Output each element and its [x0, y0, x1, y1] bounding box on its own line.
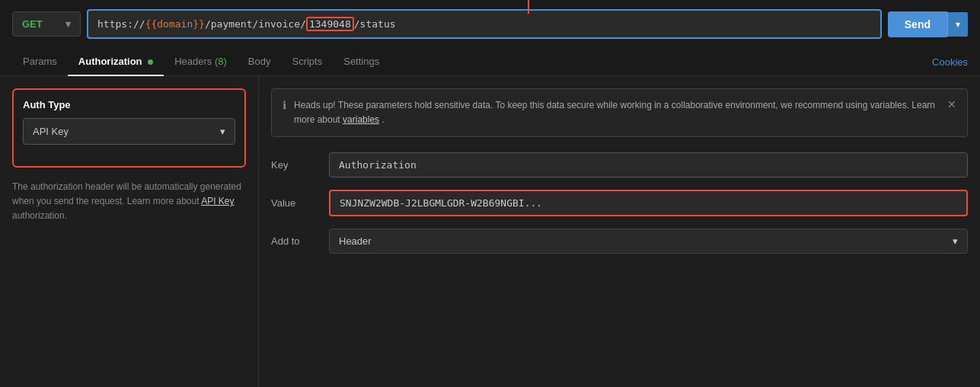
- value-field-row: Value: [271, 190, 968, 216]
- key-label: Key: [271, 159, 317, 171]
- url-prefix: https://: [97, 18, 145, 30]
- add-to-chevron-icon: ▾: [953, 235, 958, 247]
- send-button-group: Send ▾: [888, 11, 968, 37]
- url-input[interactable]: https:// {{domain}} /payment/invoice/ 13…: [87, 9, 882, 39]
- method-label: GET: [22, 18, 43, 30]
- info-icon: ℹ: [283, 99, 286, 111]
- auth-type-chevron-icon: ▾: [220, 126, 225, 137]
- auth-type-label: Auth Type: [23, 99, 235, 110]
- add-to-field-row: Add to Header ▾: [271, 229, 968, 254]
- url-suffix: /status: [354, 18, 396, 30]
- key-field-row: Key: [271, 152, 968, 178]
- url-invoice-id: 1349048: [306, 17, 354, 31]
- info-close-button[interactable]: ✕: [947, 98, 956, 110]
- auth-type-value: API Key: [33, 126, 69, 137]
- tab-headers[interactable]: Headers (8): [164, 48, 238, 76]
- info-banner: ℹ Heads up! These parameters hold sensit…: [271, 88, 968, 137]
- url-variable: {{domain}}: [145, 18, 205, 30]
- send-chevron-button[interactable]: ▾: [947, 12, 968, 37]
- variables-link[interactable]: variables: [343, 114, 379, 125]
- api-key-link[interactable]: API Key: [201, 196, 234, 206]
- value-label: Value: [271, 197, 317, 209]
- cookies-link[interactable]: Cookies: [932, 49, 968, 75]
- tabs-row: Params Authorization Headers (8) Body Sc…: [0, 48, 980, 76]
- auth-type-box: Auth Type API Key ▾: [12, 88, 246, 168]
- url-path: /payment/invoice/: [205, 18, 306, 30]
- tab-settings[interactable]: Settings: [333, 48, 390, 76]
- main-content: Auth Type API Key ▾ The authorization he…: [0, 76, 980, 387]
- method-chevron-icon: ▾: [65, 18, 71, 30]
- authorization-dot: [148, 59, 153, 65]
- method-select[interactable]: GET ▾: [12, 11, 81, 37]
- tab-params[interactable]: Params: [12, 48, 68, 76]
- add-to-label: Add to: [271, 235, 317, 247]
- tab-body[interactable]: Body: [238, 48, 282, 76]
- headers-badge: (8): [215, 56, 227, 67]
- auth-type-select[interactable]: API Key ▾: [23, 118, 235, 145]
- add-to-select[interactable]: Header ▾: [329, 229, 968, 254]
- info-text: Heads up! These parameters hold sensitiv…: [294, 98, 940, 127]
- auth-description: The authorization header will be automat…: [12, 180, 246, 224]
- key-input[interactable]: [329, 152, 968, 178]
- tab-authorization[interactable]: Authorization: [68, 48, 164, 76]
- right-panel: ℹ Heads up! These parameters hold sensit…: [259, 76, 980, 387]
- url-input-container: https:// {{domain}} /payment/invoice/ 13…: [87, 9, 882, 39]
- value-input[interactable]: [329, 190, 968, 216]
- left-panel: Auth Type API Key ▾ The authorization he…: [0, 76, 259, 387]
- add-to-value: Header: [339, 235, 372, 247]
- tab-scripts[interactable]: Scripts: [281, 48, 333, 76]
- send-button[interactable]: Send: [888, 11, 947, 37]
- url-bar-row: GET ▾ https:// {{domain}} /payment/invoi…: [0, 0, 980, 48]
